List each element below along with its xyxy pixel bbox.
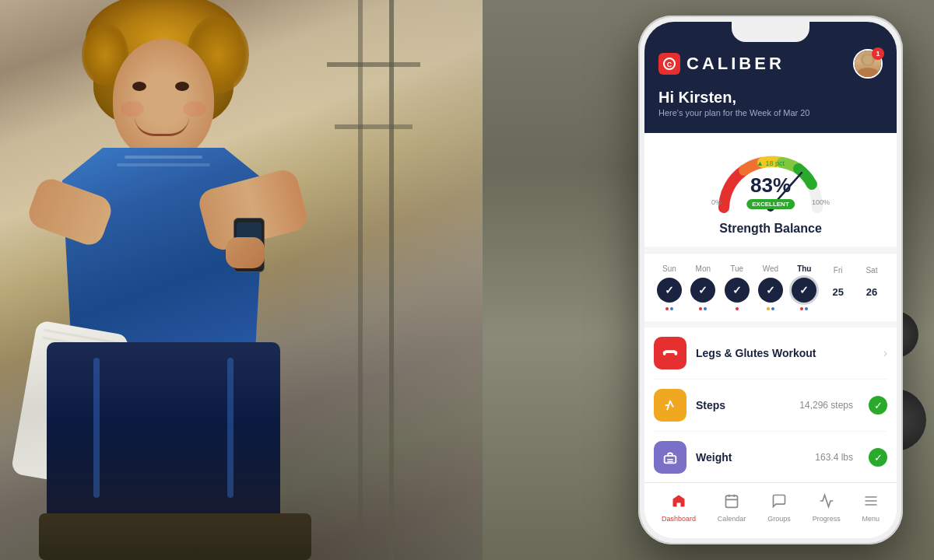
phone-screen: C CALIBER 1 Hi Kirsten, xyxy=(644,22,897,538)
checkmark-wed: ✓ xyxy=(766,284,775,296)
day-dots-sun xyxy=(665,307,673,310)
calendar-day-fri[interactable]: Fri 25 xyxy=(826,266,851,309)
workout-info-weight: Weight xyxy=(696,451,806,464)
checkmark-thu: ✓ xyxy=(799,284,809,296)
svg-rect-4 xyxy=(665,350,676,353)
logo-area: C CALIBER xyxy=(658,53,785,75)
logo-icon: C xyxy=(658,53,680,75)
groups-icon xyxy=(771,493,787,513)
dot xyxy=(805,307,808,310)
workout-check-weight: ✓ xyxy=(869,448,887,467)
progress-icon xyxy=(819,493,834,513)
checkmark-sun: ✓ xyxy=(665,284,674,296)
notification-badge: 1 xyxy=(872,47,884,60)
bottom-nav: Dashboard Calendar xyxy=(644,482,897,538)
gauge-delta: ▲ 18 pct xyxy=(757,159,785,167)
workout-item-weight[interactable]: Weight 163.4 lbs ✓ xyxy=(654,432,887,484)
day-label-mon: Mon xyxy=(696,264,711,273)
nav-item-progress[interactable]: Progress xyxy=(813,493,841,523)
workout-name-weight: Weight xyxy=(696,451,806,464)
nav-item-calendar[interactable]: Calendar xyxy=(718,493,746,523)
calendar-section: Sun ✓ Mon ✓ xyxy=(644,253,897,321)
menu-icon xyxy=(863,493,879,513)
workout-info-steps: Steps xyxy=(696,399,790,411)
dot xyxy=(665,307,669,310)
workout-name-legs: Legs & Glutes Workout xyxy=(696,347,874,359)
nav-label-calendar: Calendar xyxy=(718,515,746,523)
day-circle-mon: ✓ xyxy=(690,278,715,303)
day-circle-sat: 26 xyxy=(859,279,884,304)
phone-mockup: C CALIBER 1 Hi Kirsten, xyxy=(638,16,903,544)
workout-check-steps: ✓ xyxy=(869,396,887,415)
calendar-icon xyxy=(724,493,739,513)
day-circle-thu: ✓ xyxy=(792,278,816,303)
workout-icon-weight xyxy=(654,441,686,474)
svg-rect-6 xyxy=(675,351,678,355)
greeting-text: Hi Kirsten, xyxy=(658,88,883,107)
gauge-label-right: 100% xyxy=(812,198,830,206)
day-dots-tue xyxy=(736,307,739,310)
gauge-section: ▲ 18 pct 83% EXCELLENT 0% 100% Strength … xyxy=(644,133,897,247)
svg-rect-10 xyxy=(726,495,738,507)
strength-balance-title: Strength Balance xyxy=(660,222,881,236)
svg-rect-5 xyxy=(663,351,666,355)
checkmark-mon: ✓ xyxy=(698,284,708,296)
nav-label-menu: Menu xyxy=(862,515,880,523)
dot xyxy=(704,307,707,310)
section-divider xyxy=(644,247,897,253)
nav-item-dashboard[interactable]: Dashboard xyxy=(662,493,696,523)
workout-icon-steps xyxy=(654,389,686,422)
workout-item-legs[interactable]: Legs & Glutes Workout › xyxy=(654,327,887,380)
workout-value-weight: 163.4 lbs xyxy=(815,452,853,463)
day-label-sat: Sat xyxy=(866,266,877,275)
gauge-container: ▲ 18 pct 83% EXCELLENT 0% 100% xyxy=(708,145,833,215)
day-label-thu: Thu xyxy=(797,264,811,273)
workout-item-steps[interactable]: Steps 14,296 steps ✓ xyxy=(654,380,887,432)
day-circle-fri: 25 xyxy=(826,279,851,304)
day-dots-thu xyxy=(800,307,808,310)
day-dots-wed xyxy=(767,307,774,310)
bench xyxy=(39,513,311,560)
workout-name-steps: Steps xyxy=(696,399,790,411)
workout-list: Legs & Glutes Workout › Steps 14,296 ste… xyxy=(644,327,897,484)
dot xyxy=(699,307,702,310)
app-logo-text: CALIBER xyxy=(686,54,785,74)
day-label-sun: Sun xyxy=(662,264,676,273)
workout-value-steps: 14,296 steps xyxy=(799,400,853,411)
gauge-label-left: 0% xyxy=(711,198,722,206)
dot xyxy=(800,307,803,310)
svg-text:C: C xyxy=(667,61,672,68)
day-label-fri: Fri xyxy=(834,266,843,275)
person-hands xyxy=(226,237,265,268)
day-label-wed: Wed xyxy=(763,264,778,273)
checkmark-tue: ✓ xyxy=(732,284,742,296)
dashboard-icon xyxy=(671,493,686,513)
calendar-day-wed[interactable]: Wed ✓ xyxy=(758,264,783,310)
dot xyxy=(736,307,739,310)
calendar-day-mon[interactable]: Mon ✓ xyxy=(690,264,715,310)
nav-item-menu[interactable]: Menu xyxy=(862,493,880,523)
person-photo xyxy=(0,0,483,560)
dot xyxy=(670,307,673,310)
day-circle-wed: ✓ xyxy=(758,278,783,303)
day-label-tue: Tue xyxy=(730,264,743,273)
nav-item-groups[interactable]: Groups xyxy=(767,493,791,523)
person-face xyxy=(113,39,214,159)
day-circle-tue: ✓ xyxy=(725,278,750,303)
nav-label-dashboard: Dashboard xyxy=(662,515,696,523)
avatar-container[interactable]: 1 xyxy=(853,49,883,79)
greeting-subtitle: Here's your plan for the Week of Mar 20 xyxy=(658,108,883,117)
gauge-percent: 83% xyxy=(750,175,791,195)
day-circle-sun: ✓ xyxy=(657,278,682,303)
nav-label-groups: Groups xyxy=(767,515,791,523)
section-divider-2 xyxy=(644,321,897,327)
nav-label-progress: Progress xyxy=(813,515,841,523)
calendar-day-sun[interactable]: Sun ✓ xyxy=(657,264,682,310)
day-number-fri: 25 xyxy=(832,286,843,298)
calendar-day-tue[interactable]: Tue ✓ xyxy=(725,264,750,310)
dot xyxy=(771,307,774,310)
calendar-day-thu[interactable]: Thu ✓ xyxy=(792,264,816,310)
calendar-day-sat[interactable]: Sat 26 xyxy=(859,266,884,309)
phone-notch xyxy=(732,22,809,42)
workout-icon-legs xyxy=(654,337,686,369)
